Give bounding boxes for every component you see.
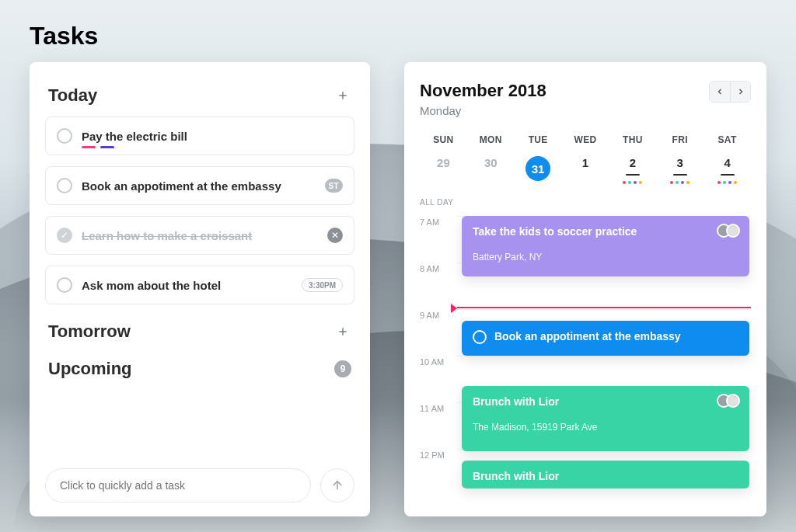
date-number: 1 [582,156,588,169]
dow-cell: FRI [656,134,703,145]
event-checkbox-ring-icon [473,330,487,344]
quick-add-submit-button[interactable] [320,468,354,502]
hour-label: 10 AM [420,356,457,367]
task-checkbox[interactable] [57,128,72,144]
task-checkbox-checked[interactable] [57,228,72,243]
date-underline [721,174,735,176]
task-text: Ask mom about the hotel [82,279,221,292]
date-cell[interactable]: 1 [562,156,609,184]
quick-add-row [45,468,354,502]
section-header-upcoming: Upcoming 9 [48,359,351,379]
event-title: Brunch with Lior [473,395,738,408]
tasks-panel: Today Pay the electric bill Book an appo… [30,62,370,516]
day-of-week-row: SUN MON TUE WED THU FRI SAT [420,134,751,145]
event-title: Take the kids to soccer practice [473,225,738,238]
date-cell[interactable]: 4 [703,156,751,184]
date-number: 3 [677,156,683,169]
dow-cell: THU [609,134,656,145]
date-cell[interactable]: 31 [515,156,562,184]
date-cell[interactable]: 29 [420,156,467,184]
calendar-event[interactable]: Book an appotiment at the embassy [462,321,749,356]
event-title: Book an appotiment at the embassy [473,330,738,344]
section-header-today: Today [48,85,351,106]
quick-add-input[interactable] [45,468,311,502]
date-underline [673,174,687,176]
date-number: 4 [724,156,730,169]
calendar-nav-group [709,81,751,103]
event-title: Brunch with Lior [473,470,738,482]
hour-label: 7 AM [420,216,457,227]
date-underline [626,174,640,176]
task-item[interactable]: Book an appotiment at the embassy ST [45,166,354,205]
event-location: The Madison, 15919 Park Ave [473,422,738,433]
date-cell[interactable]: 3 [656,156,703,184]
date-cell[interactable]: 2 [609,156,656,184]
hour-label: 11 AM [420,402,457,413]
avatar [726,224,740,238]
add-task-tomorrow-button[interactable] [334,323,351,340]
all-day-label: ALL DAY [420,198,751,207]
calendar-panel: November 2018 Monday SUN MON TUE WED THU… [404,62,766,516]
calendar-day-subtitle: Monday [420,104,546,117]
chevron-right-icon [736,87,745,96]
schedule-grid: 7 AM8 AM9 AM10 AM11 AM12 PMTake the kids… [420,216,751,495]
date-number: 30 [484,156,498,169]
dow-cell: WED [562,134,609,145]
event-location: Battery Park, NY [473,252,738,263]
section-title: Upcoming [48,359,132,379]
task-item[interactable]: Ask mom about the hotel 3:30PM [45,266,354,304]
page-title: Tasks [30,22,98,50]
task-text: Book an appotiment at the embassy [82,179,281,193]
delete-task-button[interactable]: ✕ [327,228,343,243]
calendar-event[interactable]: Take the kids to soccer practiceBattery … [462,216,749,276]
avatar [726,394,740,408]
plus-icon [337,325,349,338]
event-avatars [717,394,740,408]
current-time-indicator [457,307,751,308]
event-avatars [717,224,740,238]
calendar-header: November 2018 Monday [420,81,751,117]
calendar-month-title: November 2018 [420,81,546,101]
hour-label: 12 PM [420,449,457,460]
prev-week-button[interactable] [710,82,730,102]
dow-cell: TUE [515,134,562,145]
next-week-button[interactable] [730,82,750,102]
upcoming-count-badge: 9 [334,360,351,377]
date-number: 29 [437,156,450,169]
dow-cell: SAT [703,134,751,145]
calendar-event[interactable]: Brunch with Lior [462,461,749,489]
task-item[interactable]: Pay the electric bill [45,116,354,155]
section-header-tomorrow: Tomorrow [48,322,351,342]
task-checkbox[interactable] [57,178,72,193]
date-number: 31 [525,156,550,181]
plus-icon [337,89,349,102]
event-dots [623,181,642,184]
date-number: 2 [630,156,636,169]
task-text: Pay the electric bill [82,130,187,143]
arrow-up-icon [330,478,344,492]
task-checkbox[interactable] [57,277,72,293]
chevron-left-icon [715,87,724,96]
task-item[interactable]: Learn how to make a croissant ✕ [45,216,354,255]
section-title: Today [48,85,97,106]
event-dots [717,181,737,184]
task-time-pill: 3:30PM [302,278,343,292]
add-task-today-button[interactable] [334,87,351,104]
section-title: Tomorrow [48,322,131,342]
task-text: Learn how to make a croissant [82,229,252,242]
date-cell[interactable]: 30 [467,156,515,184]
dates-row: 29 30 31 1 2 3 4 [420,156,751,184]
dow-cell: SUN [420,134,467,145]
task-badge: ST [325,179,343,193]
calendar-event[interactable]: Brunch with LiorThe Madison, 15919 Park … [462,386,749,451]
dow-cell: MON [467,134,515,145]
event-dots [670,181,690,184]
hour-label: 8 AM [420,263,457,273]
